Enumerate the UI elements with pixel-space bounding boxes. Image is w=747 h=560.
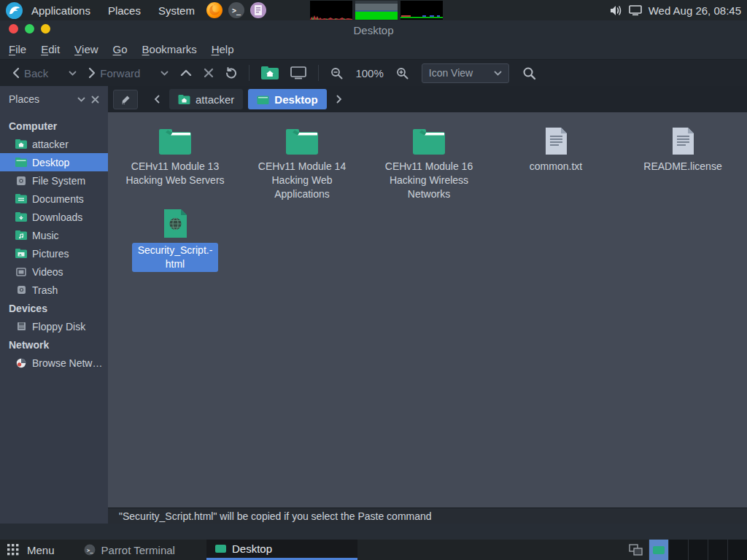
minimize-window-button[interactable]	[25, 24, 34, 34]
zoom-out-button[interactable]	[325, 62, 348, 84]
file-readme-license[interactable]: README.license	[624, 122, 741, 174]
menu-applications[interactable]: Applications	[23, 0, 99, 20]
workspace-switcher[interactable]	[649, 540, 747, 560]
menu-view[interactable]: View	[67, 39, 106, 59]
search-button[interactable]	[517, 62, 541, 84]
workspace-5[interactable]	[727, 540, 747, 560]
folder-icon	[15, 157, 27, 168]
sidebar-item-file-system[interactable]: File System	[0, 171, 108, 190]
file-label: CEHv11 Module 16 Hacking Wireless Networ…	[377, 160, 481, 201]
sidebar-item-videos[interactable]: Videos	[0, 262, 108, 281]
window-title: Desktop	[353, 24, 393, 36]
menu-system[interactable]: System	[150, 0, 204, 20]
notes-icon[interactable]	[250, 2, 266, 18]
menu-go[interactable]: Go	[106, 39, 135, 59]
folder-icon	[412, 122, 446, 156]
parrot-menu-icon[interactable]	[6, 2, 23, 19]
parrot-bird-icon	[6, 2, 23, 19]
forward-button[interactable]: Forward	[83, 62, 174, 84]
sidebar-item-browse-network[interactable]: Browse Netw…	[0, 354, 108, 372]
forward-arrow-icon	[88, 67, 96, 79]
workspace-3[interactable]	[688, 540, 708, 560]
sidebar-item-pictures[interactable]: Pictures	[0, 244, 108, 262]
volume-icon[interactable]	[610, 5, 622, 16]
network-graph	[400, 1, 443, 20]
breadcrumb-desktop-current[interactable]: Desktop	[248, 89, 326, 109]
breadcrumb-attacker[interactable]: attacker	[169, 89, 243, 109]
titlebar[interactable]: Desktop	[0, 20, 747, 39]
trash-icon	[15, 284, 27, 296]
menu-file[interactable]: File	[1, 39, 34, 59]
task-label: Desktop	[232, 542, 272, 555]
firefox-icon[interactable]	[206, 2, 222, 18]
videos-icon	[15, 266, 27, 278]
file-cehv11-module-14[interactable]: CEHv11 Module 14 Hacking Web Application…	[244, 122, 360, 201]
edit-location-button[interactable]	[113, 90, 138, 109]
sidebar-item-desktop[interactable]: Desktop	[0, 153, 108, 171]
zoom-in-icon	[396, 67, 409, 79]
sidebar-item-trash[interactable]: Trash	[0, 281, 108, 299]
display-tray-icon[interactable]	[629, 5, 642, 16]
file-security-script-html[interactable]: Security_Script.- html	[117, 206, 233, 272]
menubar: File Edit View Go Bookmarks Help	[0, 39, 747, 59]
up-button[interactable]	[175, 62, 197, 84]
task-desktop[interactable]: Desktop	[206, 540, 357, 560]
menu-places[interactable]: Places	[99, 0, 150, 20]
sidebar-item-documents[interactable]: Documents	[0, 190, 108, 208]
sidebar-item-downloads[interactable]: Downloads	[0, 208, 108, 226]
menu-bookmarks[interactable]: Bookmarks	[135, 39, 204, 59]
stop-button[interactable]	[198, 62, 219, 84]
close-sidebar-icon[interactable]	[91, 96, 99, 104]
home-folder-icon	[261, 66, 279, 79]
sidebar: Places Computer attacker Desktop	[0, 86, 108, 524]
close-window-button[interactable]	[9, 24, 18, 34]
maximize-window-button[interactable]	[41, 24, 50, 34]
home-button[interactable]	[256, 62, 284, 84]
workspace-1-current[interactable]	[649, 540, 668, 560]
file-common-txt[interactable]: common.txt	[498, 122, 614, 174]
clock[interactable]: Wed Aug 26, 08:45	[649, 4, 741, 17]
pencil-icon	[120, 94, 131, 105]
file-cehv11-module-16[interactable]: CEHv11 Module 16 Hacking Wireless Networ…	[371, 122, 487, 201]
cpu-graph	[310, 1, 352, 20]
up-arrow-icon	[180, 69, 192, 77]
breadcrumb-label: Desktop	[274, 93, 317, 106]
sidebar-item-label: Browse Netw…	[32, 357, 102, 369]
sidebar-pane-select[interactable]: Places	[9, 93, 71, 105]
back-button[interactable]: Back	[7, 62, 82, 84]
desktop-screen: Applications Places System >_	[0, 0, 747, 560]
documents-folder-icon	[15, 193, 27, 205]
computer-display-icon	[290, 66, 306, 79]
zoom-in-button[interactable]	[391, 62, 414, 84]
task-parrot-terminal[interactable]: >_ Parrot Terminal	[75, 540, 184, 560]
chevron-down-icon[interactable]	[77, 97, 85, 102]
network-globe-icon	[15, 357, 27, 369]
menu-edit[interactable]: Edit	[34, 39, 67, 59]
sidebar-item-attacker[interactable]: attacker	[0, 135, 108, 153]
back-history-chevron-icon[interactable]	[69, 71, 77, 76]
crumb-scroll-left-button[interactable]	[150, 90, 164, 109]
sidebar-section-devices: Devices	[0, 299, 108, 317]
status-bar: "Security_Script.html" will be copied if…	[108, 508, 747, 524]
menu-button[interactable]: Menu	[0, 540, 62, 560]
menu-help[interactable]: Help	[204, 39, 241, 59]
system-monitor-graphs[interactable]	[310, 1, 443, 20]
workspace-2[interactable]	[668, 540, 688, 560]
view-mode-select[interactable]: Icon View	[422, 63, 509, 83]
reload-icon	[225, 67, 237, 79]
sidebar-item-music[interactable]: Music	[0, 226, 108, 244]
sidebar-item-label: Videos	[32, 266, 63, 278]
file-cehv11-module-13[interactable]: CEHv11 Module 13 Hacking Web Servers	[117, 122, 233, 187]
terminal-icon[interactable]: >_	[228, 2, 244, 18]
workspace-4[interactable]	[708, 540, 727, 560]
file-label: CEHv11 Module 13 Hacking Web Servers	[123, 160, 227, 187]
reload-button[interactable]	[220, 62, 242, 84]
crumb-scroll-right-button[interactable]	[332, 90, 347, 109]
window-list-icon[interactable]	[629, 544, 643, 556]
view-mode-value: Icon View	[429, 67, 473, 79]
floppy-icon	[15, 321, 27, 332]
forward-history-chevron-icon[interactable]	[160, 71, 169, 76]
sidebar-item-floppy-disk[interactable]: Floppy Disk	[0, 317, 108, 335]
computer-button[interactable]	[285, 62, 311, 84]
file-view[interactable]: CEHv11 Module 13 Hacking Web Servers CEH…	[108, 112, 747, 508]
